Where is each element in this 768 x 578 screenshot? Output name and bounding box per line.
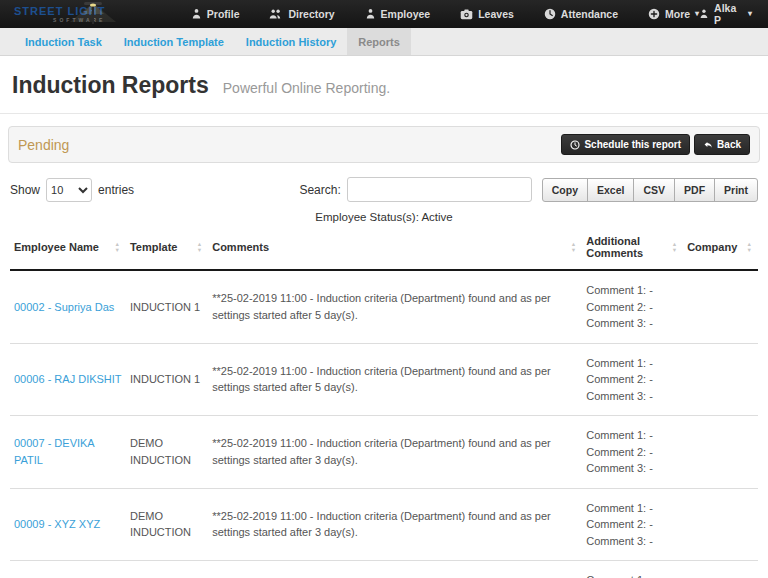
column-header-company[interactable]: Company▲▼ (683, 225, 758, 270)
additional-comments-cell: Comment 1: - Comment 2: - Comment 3: - (582, 561, 683, 578)
additional-comments-cell: Comment 1: - Comment 2: - Comment 3: - (582, 416, 683, 489)
nav-items: Profile Directory Employee Leaves Attend… (191, 8, 699, 20)
column-label: Employee Name (14, 241, 99, 253)
table-row: 00009 - XYZ XYZ DEMO INDUCTION **25-02-2… (10, 488, 758, 561)
brand-logo[interactable]: STREET LIGHT SOFTWARE (0, 0, 191, 28)
company-cell (683, 561, 758, 578)
nav-item-label: Employee (381, 8, 431, 20)
nav-item-attendance[interactable]: Attendance (544, 8, 618, 20)
nav-item-profile[interactable]: Profile (191, 8, 240, 20)
template-cell: DEMO INDUCTION (126, 416, 208, 489)
streetlight-logo-icon (58, 0, 128, 26)
pdf-button[interactable]: PDF (674, 178, 715, 202)
caret-down-icon: ▾ (748, 10, 752, 18)
table-header-row: Employee Name▲▼ Template▲▼ Comments▲▼ Ad… (10, 225, 758, 270)
template-cell: INDUCTION 1 (126, 270, 208, 343)
company-cell (683, 343, 758, 416)
back-arrow-icon (703, 140, 713, 150)
sort-icon: ▲▼ (197, 241, 204, 253)
employee-link[interactable]: 00002 - Supriya Das (14, 301, 114, 313)
comments-cell: **25-02-2019 11:00 - Induction criteria … (208, 416, 582, 489)
clock-icon (570, 140, 580, 150)
back-label: Back (717, 139, 741, 150)
column-label: Template (130, 241, 177, 253)
comments-cell: **25-02-2019 11:00 - Induction criteria … (208, 343, 582, 416)
plus-circle-icon (648, 8, 660, 20)
column-header-template[interactable]: Template▲▼ (126, 225, 208, 270)
company-cell (683, 270, 758, 343)
excel-button[interactable]: Excel (587, 178, 634, 202)
search-group: Search: (299, 177, 531, 202)
csv-button[interactable]: CSV (633, 178, 675, 202)
comments-cell: **25-02-2019 11:00 - Induction criteria … (208, 488, 582, 561)
employee-link[interactable]: 00007 - DEVIKA PATIL (14, 437, 94, 466)
sort-icon: ▲▼ (114, 241, 121, 253)
nav-item-label: Attendance (561, 8, 618, 20)
table-row: 00002 - Supriya Das INDUCTION 1 **25-02-… (10, 270, 758, 343)
section-tabbar: Induction Task Induction Template Induct… (0, 28, 768, 56)
user-name: Alka P (714, 2, 743, 26)
sort-icon: ▲▼ (672, 241, 679, 253)
template-cell: DEMO INDUCTION (126, 488, 208, 561)
nav-item-label: More (665, 8, 690, 20)
additional-comments-cell: Comment 1: - Comment 2: - Comment 3: - (582, 270, 683, 343)
search-input[interactable] (347, 177, 532, 202)
column-label: Comments (212, 241, 269, 253)
template-cell: INDUCTION 1 (126, 343, 208, 416)
nav-item-more[interactable]: More ▾ (648, 8, 699, 20)
column-label: Company (687, 241, 737, 253)
nav-item-label: Profile (207, 8, 240, 20)
table-row: 00013 - Rutuja Tiwari INDUCTION 1 **25-0… (10, 561, 758, 578)
additional-comments-cell: Comment 1: - Comment 2: - Comment 3: - (582, 343, 683, 416)
column-header-comments[interactable]: Comments▲▼ (208, 225, 582, 270)
column-header-additional-comments[interactable]: Additional Comments▲▼ (582, 225, 683, 270)
tab-induction-template[interactable]: Induction Template (113, 28, 235, 55)
top-navbar: STREET LIGHT SOFTWARE Profile Directory … (0, 0, 768, 28)
clock-icon (544, 8, 556, 20)
users-icon (269, 8, 283, 20)
user-icon (699, 8, 709, 20)
column-header-employee-name[interactable]: Employee Name▲▼ (10, 225, 126, 270)
table-row: 00007 - DEVIKA PATIL DEMO INDUCTION **25… (10, 416, 758, 489)
tab-induction-history[interactable]: Induction History (235, 28, 347, 55)
show-label: Show (10, 183, 40, 197)
show-entries-group: Show 10 entries (10, 178, 134, 202)
employee-status-line: Employee Status(s): Active (0, 211, 768, 223)
pending-panel-heading: Pending Schedule this report Back (8, 126, 760, 163)
panel-title: Pending (18, 137, 69, 153)
camera-icon (460, 9, 473, 20)
search-label: Search: (299, 183, 340, 197)
nav-item-directory[interactable]: Directory (269, 8, 334, 20)
company-cell (683, 488, 758, 561)
tab-induction-task[interactable]: Induction Task (14, 28, 113, 55)
entries-label: entries (98, 183, 134, 197)
comments-cell: **25-02-2019 11:00 - Induction criteria … (208, 561, 582, 578)
tab-reports[interactable]: Reports (347, 28, 411, 55)
export-button-group: Copy Excel CSV PDF Print (542, 178, 758, 202)
nav-item-employee[interactable]: Employee (365, 8, 431, 20)
employee-link[interactable]: 00009 - XYZ XYZ (14, 518, 100, 530)
back-button[interactable]: Back (694, 134, 750, 155)
user-icon (365, 8, 376, 20)
nav-item-leaves[interactable]: Leaves (460, 8, 514, 20)
table-controls: Show 10 entries Search: Copy Excel CSV P… (10, 177, 758, 202)
sort-icon: ▲▼ (571, 241, 578, 253)
user-icon (191, 8, 202, 20)
page-subtitle: Powerful Online Reporting. (223, 80, 390, 96)
induction-report-table: Employee Name▲▼ Template▲▼ Comments▲▼ Ad… (10, 225, 758, 578)
page-size-select[interactable]: 10 (46, 178, 92, 202)
column-label: Additional Comments (586, 235, 643, 259)
additional-comments-cell: Comment 1: - Comment 2: - Comment 3: - (582, 488, 683, 561)
template-cell: INDUCTION 1 (126, 561, 208, 578)
sort-icon: ▲▼ (747, 241, 754, 253)
page-head: Induction Reports Powerful Online Report… (0, 56, 768, 111)
user-menu[interactable]: Alka P ▾ (699, 2, 752, 26)
nav-item-label: Directory (288, 8, 334, 20)
print-button[interactable]: Print (714, 178, 758, 202)
copy-button[interactable]: Copy (542, 178, 588, 202)
heading-divider (0, 113, 768, 114)
employee-link[interactable]: 00006 - RAJ DIKSHIT (14, 373, 122, 385)
comments-cell: **25-02-2019 11:00 - Induction criteria … (208, 270, 582, 343)
nav-item-label: Leaves (478, 8, 514, 20)
schedule-report-button[interactable]: Schedule this report (561, 134, 690, 155)
